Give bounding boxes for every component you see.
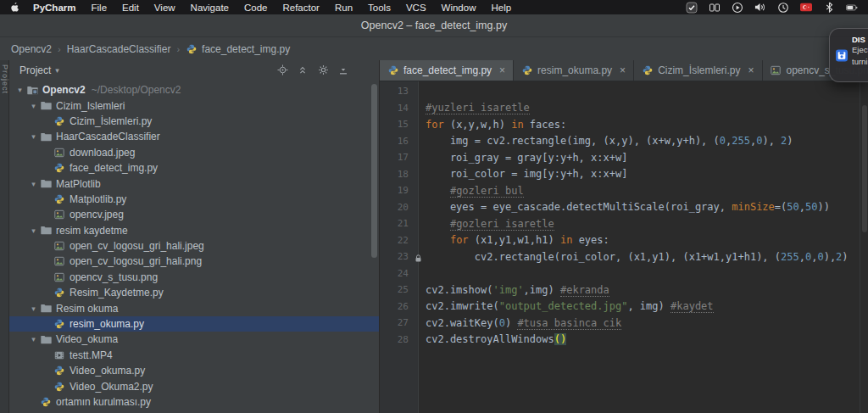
checkbox-app-icon[interactable] <box>686 2 698 14</box>
window-titlebar: Opencv2 – face_detect_img.py <box>0 14 868 37</box>
tree-item-open-cv-logosu-gri-hali-jpeg[interactable]: open_cv_logosu_gri_hali.jpeg <box>9 238 379 254</box>
pycharm-window: PyCharmFileEditViewNavigateCodeRefactorR… <box>0 0 868 413</box>
tree-item-video-okuma-py[interactable]: Video_okuma.py <box>9 363 379 378</box>
turkish-flag-icon[interactable] <box>800 3 812 12</box>
editor-tab-bar: face_detect_img.py×resim_okuma.py×Cizim_… <box>380 60 868 81</box>
folder-icon <box>40 304 52 313</box>
chevron-down-icon[interactable]: ▾ <box>55 66 59 75</box>
tree-item-open-cv-logosu-gri-hali-png[interactable]: open_cv_logosu_gri_hali.png <box>9 254 379 269</box>
close-icon[interactable]: × <box>499 64 505 76</box>
code-line: 18 roi_color = img[y:y+h, x:x+w] <box>380 166 868 183</box>
menu-pycharm[interactable]: PyCharm <box>25 3 84 13</box>
hide-panel-icon[interactable] <box>333 64 353 75</box>
tree-item-opencv-s-tusu-png[interactable]: opencv_s_tusu.png <box>9 270 379 285</box>
battery-icon[interactable] <box>846 3 858 12</box>
play-circle-icon[interactable] <box>732 2 743 14</box>
window-tiles-icon[interactable] <box>709 3 721 13</box>
tree-item-resim-okuma[interactable]: ▾Resim okuma <box>9 300 379 315</box>
project-panel-scrollbar[interactable] <box>371 84 377 258</box>
tree-item-external-libraries[interactable]: ▸External Libraries <box>9 410 379 413</box>
breadcrumb-item-face-detect-img-py[interactable]: face_detect_img.py <box>186 43 290 55</box>
bluetooth-icon[interactable] <box>823 2 835 13</box>
menu-refactor[interactable]: Refactor <box>275 3 326 13</box>
editor-scrollbar-thumb[interactable] <box>862 105 867 232</box>
tree-item-label: Video_okuma.py <box>70 365 145 377</box>
menu-edit[interactable]: Edit <box>114 3 147 13</box>
menu-code[interactable]: Code <box>236 3 275 13</box>
disk-icon <box>836 35 848 75</box>
tree-item-resim-kaydetme-py[interactable]: Resim_Kaydetme.py <box>9 285 379 300</box>
apple-icon[interactable] <box>8 2 20 13</box>
breadcrumb-item-opencv2[interactable]: Opencv2 <box>11 43 52 55</box>
locate-icon[interactable] <box>272 64 292 75</box>
tree-item-video-okuma2-py[interactable]: Video_Okuma2.py <box>9 378 379 393</box>
tree-item-matplotlib[interactable]: ▾MatPlotlib <box>9 176 379 191</box>
menu-navigate[interactable]: Navigate <box>183 3 236 13</box>
tab-resim-okuma-py[interactable]: resim_okuma.py× <box>514 60 634 81</box>
tree-item-testt-mp4[interactable]: testt.MP4 <box>9 348 379 363</box>
menubar-status-icons <box>686 2 858 14</box>
menu-window[interactable]: Window <box>434 3 484 13</box>
python-file-icon <box>387 65 398 75</box>
code-text: cv2.imshow('img',img) #ekranda <box>419 284 609 296</box>
apple-menu-icon[interactable] <box>8 2 20 13</box>
code-text: img = cv2.rectangle(img, (x,y), (x+w,y+h… <box>419 135 793 147</box>
close-icon[interactable]: × <box>620 64 626 76</box>
breadcrumb-item-haarcascadeclassifier[interactable]: HaarCascadeClassifier <box>67 43 171 55</box>
tree-item-label: Cizim_Islemleri <box>56 100 125 112</box>
volume-icon[interactable] <box>754 2 766 13</box>
tree-item-label: HaarCascadeClassifier <box>56 131 160 142</box>
tree-item-ortam-n-kurulmas-py[interactable]: ortamın kurulması.py <box>9 394 379 410</box>
menu-file[interactable]: File <box>84 3 115 13</box>
tree-item-resim-okuma-py[interactable]: resim_okuma.py <box>9 316 379 332</box>
chevron-expanded-icon[interactable]: ▾ <box>29 180 38 188</box>
chevron-expanded-icon[interactable]: ▾ <box>29 102 38 110</box>
tool-strip-project-label[interactable]: Project <box>0 64 9 94</box>
notification-text: DIS Eject turnin <box>852 35 868 75</box>
editor-scrollbar[interactable] <box>860 81 868 413</box>
tree-item-cizim-islemleri[interactable]: ▾Cizim_Islemleri <box>9 98 379 113</box>
line-number: 27 <box>380 317 419 328</box>
image-icon <box>53 148 65 158</box>
history-clock-icon[interactable] <box>777 2 789 14</box>
tree-item-label: Matplotlib.py <box>70 193 126 205</box>
tree-item-opencv2[interactable]: ▾Opencv2~/Desktop/Opencv2 <box>9 82 379 98</box>
menu-tools[interactable]: Tools <box>360 3 398 13</box>
breadcrumb-separator-icon: › <box>176 44 180 54</box>
tab-label: Cizim_İslemleri.py <box>658 64 740 76</box>
line-number: 14 <box>380 103 419 114</box>
folder-icon <box>40 101 52 110</box>
tree-item-video-okuma[interactable]: ▾Video_okuma <box>9 332 379 347</box>
chevron-expanded-icon[interactable]: ▾ <box>29 304 38 313</box>
chevron-expanded-icon[interactable]: ▾ <box>15 86 25 94</box>
chevron-expanded-icon[interactable]: ▾ <box>29 226 38 235</box>
collapse-all-icon[interactable] <box>292 64 313 75</box>
tree-item-haarcascadeclassifier[interactable]: ▾HaarCascadeClassifier <box>9 129 379 144</box>
line-number: 21 <box>380 218 419 229</box>
menu-help[interactable]: Help <box>483 3 519 13</box>
code-text: roi_color = img[y:y+h, x:x+w] <box>419 168 627 180</box>
close-icon[interactable]: × <box>748 64 754 76</box>
tab-cizim-i-slemleri-py[interactable]: Cizim_İslemleri.py× <box>634 60 762 81</box>
chevron-expanded-icon[interactable]: ▾ <box>29 335 38 343</box>
image-icon <box>53 256 65 266</box>
menu-run[interactable]: Run <box>327 3 360 13</box>
tree-item-matplotlib-py[interactable]: Matplotlib.py <box>9 192 379 207</box>
settings-gear-icon[interactable] <box>313 64 333 75</box>
tree-item-opencv-jpeg[interactable]: opencv.jpeg <box>9 207 379 222</box>
menu-vcs[interactable]: VCS <box>398 3 434 13</box>
tab-face-detect-img-py[interactable]: face_detect_img.py× <box>380 60 514 81</box>
tree-item-download-jpeg[interactable]: download.jpeg <box>9 145 379 160</box>
macos-notification[interactable]: DIS Eject turnin <box>829 28 868 82</box>
project-view-selector[interactable]: Project <box>19 64 51 76</box>
code-line: 13 <box>380 83 868 100</box>
project-panel-header: Project ▾ <box>9 60 379 80</box>
tree-item-cizim-i-slemleri-py[interactable]: Cizim_İslemleri.py <box>9 114 379 129</box>
tree-item-resim-kaydetme[interactable]: ▾resim kaydetme <box>9 223 379 238</box>
line-number: 17 <box>380 152 419 163</box>
menu-view[interactable]: View <box>147 3 183 13</box>
tree-item-face-detect-img-py[interactable]: face_detect_img.py <box>9 160 379 176</box>
editor-pane: face_detect_img.py×resim_okuma.py×Cizim_… <box>380 60 868 413</box>
chevron-expanded-icon[interactable]: ▾ <box>29 132 38 141</box>
code-editor[interactable]: 1314#yuzleri isaretle15for (x,y,w,h) in … <box>380 81 868 413</box>
